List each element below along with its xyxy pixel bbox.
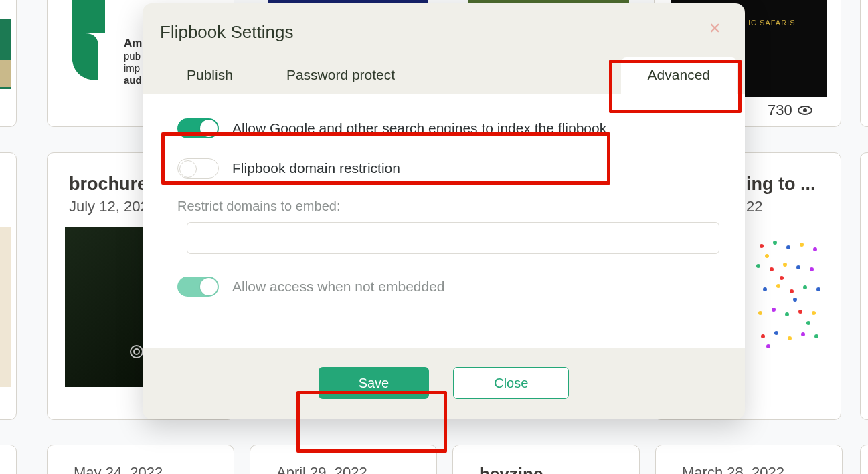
svg-point-19 — [785, 312, 789, 316]
svg-point-21 — [812, 311, 816, 315]
svg-point-23 — [774, 331, 778, 335]
svg-point-30 — [806, 321, 810, 325]
allow-index-toggle[interactable] — [177, 118, 219, 138]
svg-point-24 — [788, 336, 792, 340]
svg-point-13 — [776, 284, 780, 288]
svg-point-20 — [798, 310, 802, 314]
modal-tabs: Publish Password protect Advanced — [143, 43, 745, 94]
svg-point-2 — [760, 244, 764, 248]
modal-footer: Save Close — [143, 348, 745, 419]
svg-point-4 — [786, 245, 790, 249]
bg-thumb — [65, 227, 144, 387]
bg-card-date: May 24, 2022 — [74, 464, 163, 474]
allow-index-row: Allow Google and other search engines to… — [177, 118, 710, 138]
modal-title: Flipbook Settings — [160, 22, 293, 43]
bg-card — [860, 445, 868, 474]
svg-point-6 — [813, 247, 817, 251]
bg-card-date: July 12, 202 — [69, 198, 149, 215]
svg-point-18 — [772, 308, 776, 312]
close-icon[interactable]: ✕ — [705, 20, 725, 37]
svg-point-22 — [761, 334, 765, 338]
svg-point-29 — [793, 298, 797, 302]
modal-header: Flipbook Settings ✕ — [143, 3, 745, 43]
bg-card-title: ing to ... — [746, 174, 815, 195]
bg-snippet: imp — [124, 62, 140, 74]
tab-publish[interactable]: Publish — [160, 57, 260, 94]
svg-point-11 — [810, 267, 814, 271]
allow-not-embedded-row: Allow access when not embedded — [177, 277, 710, 297]
restrict-domains-label: Restrict domains to embed: — [177, 199, 710, 214]
bg-logo-icon — [65, 0, 118, 87]
domain-restriction-label: Flipbook domain restriction — [232, 160, 400, 176]
flipbook-settings-modal: Flipbook Settings ✕ Publish Password pro… — [143, 3, 745, 419]
domain-restriction-row: Flipbook domain restriction — [177, 158, 710, 179]
allow-not-embedded-label: Allow access when not embedded — [232, 279, 445, 295]
svg-point-15 — [803, 285, 807, 289]
bg-colorful-text-icon — [748, 233, 829, 380]
svg-point-16 — [816, 287, 820, 291]
restrict-domains-input[interactable] — [187, 222, 719, 254]
svg-point-10 — [796, 265, 800, 269]
svg-point-28 — [780, 276, 784, 280]
bg-card — [0, 445, 17, 474]
svg-point-14 — [790, 289, 794, 293]
bg-thumb — [0, 60, 11, 87]
svg-point-7 — [756, 264, 760, 268]
svg-point-8 — [770, 267, 774, 271]
svg-point-5 — [800, 243, 804, 247]
allow-not-embedded-toggle[interactable] — [177, 277, 219, 297]
bg-snippet: Am — [124, 37, 142, 50]
bg-snippet: pub — [124, 50, 141, 62]
svg-point-26 — [814, 334, 818, 338]
eye-icon — [798, 106, 812, 115]
svg-point-3 — [773, 241, 777, 245]
bg-snippet: aud — [124, 74, 142, 86]
bg-card-date: 22 — [746, 198, 762, 215]
bg-card — [860, 152, 868, 420]
bg-thumb-caption: IC SAFARIS — [748, 19, 796, 27]
tab-password-protect[interactable]: Password protect — [260, 57, 422, 94]
svg-point-27 — [765, 254, 769, 258]
bg-thumb — [0, 227, 11, 387]
close-button[interactable]: Close — [453, 367, 569, 399]
bg-card-title: brochure — [69, 174, 147, 195]
domain-restriction-toggle[interactable] — [177, 158, 219, 179]
bg-card — [860, 0, 868, 127]
svg-point-25 — [801, 332, 805, 336]
view-count-number: 730 — [768, 102, 792, 119]
bg-card-date: March 28, 2022 — [682, 464, 784, 474]
bg-card-title: heyzine — [479, 464, 543, 474]
svg-point-0 — [131, 346, 143, 358]
allow-index-label: Allow Google and other search engines to… — [232, 120, 606, 136]
svg-point-12 — [763, 287, 767, 291]
svg-point-17 — [758, 311, 762, 315]
tab-advanced[interactable]: Advanced — [621, 57, 737, 94]
view-count: 730 — [768, 102, 812, 119]
svg-point-9 — [783, 263, 787, 267]
save-button[interactable]: Save — [319, 367, 430, 399]
advanced-panel: Allow Google and other search engines to… — [143, 94, 745, 348]
svg-point-1 — [134, 349, 139, 354]
bg-card-date: April 29, 2022 — [276, 464, 367, 474]
svg-point-31 — [766, 344, 770, 348]
